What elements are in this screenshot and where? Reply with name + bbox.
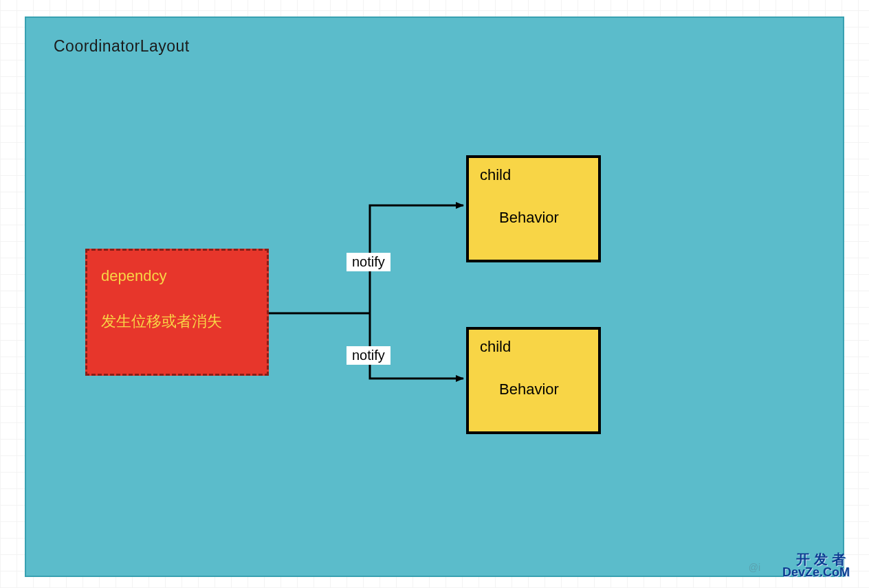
child-node-1: child Behavior [466,155,601,262]
container-title: CoordinatorLayout [54,37,190,56]
child-1-behavior: Behavior [499,209,588,227]
edge-label-notify-1: notify [346,253,390,271]
child-node-2: child Behavior [466,327,601,434]
coordinator-layout-diagram: CoordinatorLayout notify notify dependcy… [25,16,844,577]
dependency-subtitle: 发生位移或者消失 [101,311,253,332]
watermark-line1: 开发者 [782,552,850,566]
watermark-line2: DevZe.CoM [782,566,850,578]
watermark: 开发者 DevZe.CoM [782,552,850,578]
edge-label-notify-2: notify [346,346,390,365]
child-2-behavior: Behavior [499,381,588,398]
dependency-node: dependcy 发生位移或者消失 [85,249,269,376]
child-1-title: child [480,166,588,184]
dependency-label: dependcy [101,267,253,285]
credit-text: @i [749,562,760,573]
child-2-title: child [480,338,588,356]
